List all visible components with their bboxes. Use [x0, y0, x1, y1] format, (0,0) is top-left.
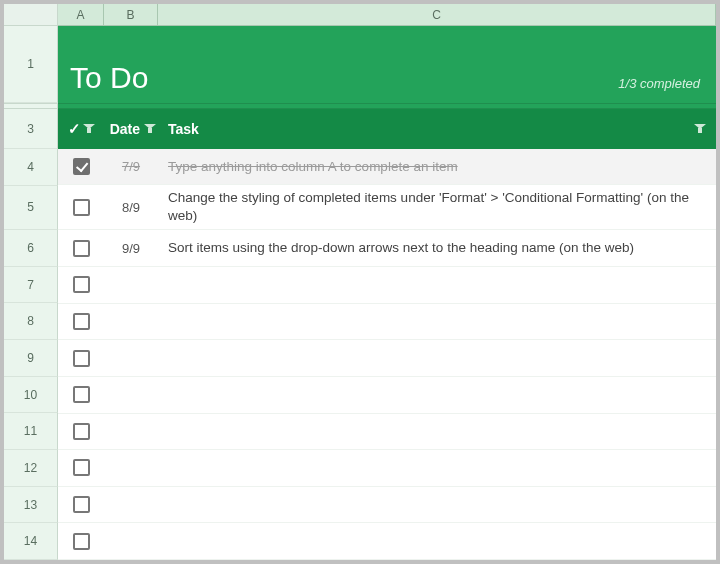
heading-check-label: ✓ — [68, 120, 81, 138]
task-cell[interactable]: Change the styling of completed items un… — [158, 185, 716, 229]
task-cell[interactable] — [158, 391, 716, 399]
grid-area: To Do 1/3 completed ✓ Date Task — [58, 26, 716, 560]
table-row[interactable] — [58, 523, 716, 560]
row-header-12[interactable]: 12 — [4, 450, 58, 487]
checkbox[interactable] — [73, 350, 90, 367]
table-row[interactable] — [58, 377, 716, 414]
column-header-c[interactable]: C — [158, 4, 716, 26]
task-cell[interactable] — [158, 537, 716, 545]
task-cell[interactable]: Type anything into column A to complete … — [158, 154, 716, 180]
row-header-14[interactable]: 14 — [4, 523, 58, 560]
table-row[interactable] — [58, 267, 716, 304]
task-cell[interactable] — [158, 427, 716, 435]
select-all-corner[interactable] — [4, 4, 58, 26]
task-cell[interactable] — [158, 501, 716, 509]
row-header-7[interactable]: 7 — [4, 267, 58, 304]
row-header-10[interactable]: 10 — [4, 377, 58, 414]
column-header-a[interactable]: A — [58, 4, 104, 26]
row-header-8[interactable]: 8 — [4, 303, 58, 340]
heading-task-label: Task — [168, 121, 199, 137]
row-header-5[interactable]: 5 — [4, 186, 58, 231]
checkbox[interactable] — [73, 459, 90, 476]
table-heading-row: ✓ Date Task — [58, 109, 716, 149]
row-header-column: 1 3 4 5 6 7 8 9 10 11 12 13 14 — [4, 26, 58, 560]
page-title: To Do — [70, 61, 618, 95]
heading-date-label: Date — [110, 121, 140, 137]
row-header-13[interactable]: 13 — [4, 487, 58, 524]
checkbox[interactable] — [73, 199, 90, 216]
task-cell[interactable] — [158, 464, 716, 472]
row-header-3[interactable]: 3 — [4, 109, 58, 149]
task-cell[interactable] — [158, 281, 716, 289]
checkbox[interactable] — [73, 313, 90, 330]
task-cell[interactable]: Sort items using the drop-down arrows ne… — [158, 235, 716, 261]
heading-check-cell[interactable]: ✓ — [58, 120, 104, 138]
table-row[interactable] — [58, 340, 716, 377]
date-cell[interactable]: 8/9 — [104, 200, 158, 215]
column-header-row: A B C — [4, 4, 716, 26]
checkbox[interactable] — [73, 276, 90, 293]
progress-text: 1/3 completed — [618, 76, 700, 95]
heading-date-cell[interactable]: Date — [104, 121, 158, 137]
row-header-4[interactable]: 4 — [4, 149, 58, 186]
checkbox[interactable] — [73, 423, 90, 440]
checkbox[interactable] — [73, 496, 90, 513]
task-cell[interactable] — [158, 317, 716, 325]
table-row[interactable]: 8/9 Change the styling of completed item… — [58, 185, 716, 230]
table-row[interactable] — [58, 304, 716, 341]
checkbox[interactable] — [73, 240, 90, 257]
table-row[interactable] — [58, 487, 716, 524]
filter-icon[interactable] — [694, 123, 706, 135]
spreadsheet: A B C 1 3 4 5 6 7 8 9 10 11 12 13 14 To … — [4, 4, 716, 560]
date-cell[interactable]: 9/9 — [104, 241, 158, 256]
column-header-b[interactable]: B — [104, 4, 158, 26]
row-header-11[interactable]: 11 — [4, 413, 58, 450]
checkbox[interactable] — [73, 158, 90, 175]
table-row[interactable]: 7/9 Type anything into column A to compl… — [58, 149, 716, 186]
row-header-6[interactable]: 6 — [4, 230, 58, 267]
filter-icon[interactable] — [144, 123, 156, 135]
table-row[interactable]: 9/9 Sort items using the drop-down arrow… — [58, 230, 716, 267]
checkbox[interactable] — [73, 533, 90, 550]
date-cell[interactable]: 7/9 — [104, 159, 158, 174]
row-header-1[interactable]: 1 — [4, 26, 58, 103]
table-row[interactable] — [58, 414, 716, 451]
filter-icon[interactable] — [83, 123, 95, 135]
task-cell[interactable] — [158, 354, 716, 362]
title-banner[interactable]: To Do 1/3 completed — [58, 26, 716, 103]
table-row[interactable] — [58, 450, 716, 487]
row-header-9[interactable]: 9 — [4, 340, 58, 377]
checkbox[interactable] — [73, 386, 90, 403]
heading-task-cell[interactable]: Task — [158, 121, 716, 137]
